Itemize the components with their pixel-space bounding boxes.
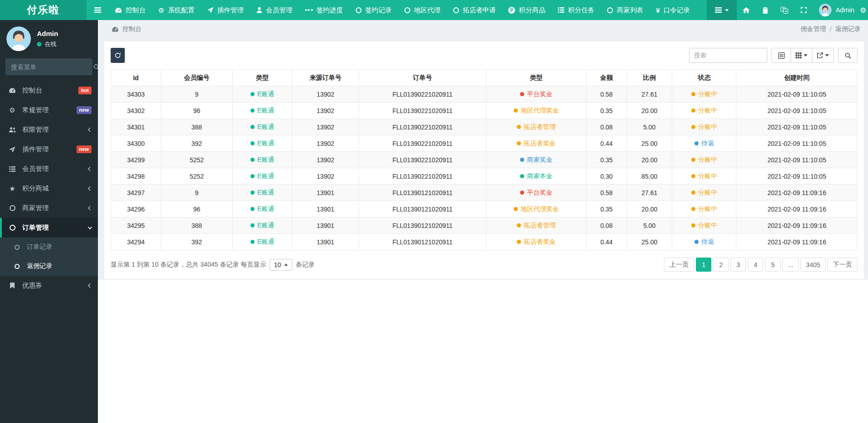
status-badge: 分账中 [691, 189, 717, 197]
circle-icon [453, 7, 459, 13]
refresh-button[interactable] [111, 48, 125, 63]
sidebar-item-5[interactable]: ★积分商城 [0, 179, 98, 198]
cell-amount: 0.08 [587, 217, 627, 234]
cell-created_at: 2021-02-09 11:10:05 [736, 86, 858, 103]
sidebar-item-4[interactable]: 会员管理 [0, 159, 98, 179]
nav-item-0[interactable]: 控制台 [108, 0, 152, 20]
page-button-上一页[interactable]: 上一页 [664, 258, 694, 272]
export-button[interactable] [812, 48, 834, 63]
table-row[interactable]: 3430296E账通13902FLL01390221020911地区代理奖金0.… [111, 103, 858, 119]
sidebar-item-8[interactable]: 优惠券 [0, 276, 98, 295]
main-area: 控制台 佣金管理 / 返佣记录 [98, 20, 868, 423]
page-button-4[interactable]: 4 [748, 258, 763, 272]
table-row[interactable]: 34300392E账通13902FLL01390221020911拓店者奖金0.… [111, 135, 858, 152]
table-row[interactable]: 342985252E账通13902FLL01390221020911商家本金0.… [111, 168, 858, 185]
nav-item-4[interactable]: 签约进度 [299, 0, 349, 20]
summary-suffix: 条记录 [296, 261, 315, 269]
sidebar-subitem-label: 订单记录 [27, 243, 52, 251]
cell-bonus_type: 商家奖金 [486, 152, 587, 168]
cell-amount: 0.35 [587, 103, 627, 119]
table-row[interactable]: 342979E账通13901FLL01390121020911平台奖金0.582… [111, 185, 858, 201]
page-button-2[interactable]: 2 [713, 258, 729, 272]
admin-menu-button[interactable]: Admin [813, 0, 860, 20]
sidebar-item-1[interactable]: ⚙常规管理new [0, 100, 98, 120]
detail-view-button[interactable] [771, 48, 791, 63]
nav-item-9[interactable]: 积分任务 [551, 0, 601, 20]
sidebar-toggle-button[interactable] [87, 0, 108, 20]
cell-amount: 0.44 [587, 234, 627, 250]
search-button[interactable] [838, 48, 858, 63]
status-badge: E账通 [250, 205, 274, 213]
translate-icon: 文A [781, 7, 788, 14]
cell-ratio: 20.00 [627, 201, 672, 217]
sidebar-subitem-label: 返佣记录 [27, 262, 52, 270]
nav-item-6[interactable]: 地区代理 [398, 0, 447, 20]
caret-up-icon [284, 263, 288, 266]
yen-icon: ¥ [656, 7, 659, 14]
sidebar-item-2[interactable]: 权限管理 [0, 120, 98, 139]
trash-button[interactable] [756, 0, 775, 20]
sidebar-subitem-7-1[interactable]: 返佣记录 [0, 257, 98, 276]
sidebar-search-input[interactable] [11, 63, 93, 71]
content-zone: 控制台 佣金管理 / 返佣记录 [98, 20, 868, 280]
cell-order_no: FLL01390221020911 [359, 168, 486, 185]
brand-logo[interactable]: 付乐啦 [0, 0, 87, 20]
table-row[interactable]: 342995252E账通13902FLL01390221020911商家奖金0.… [111, 152, 858, 168]
circle-icon [356, 7, 362, 13]
table-row[interactable]: 34295388E账通13901FLL01390121020911拓店者管理0.… [111, 217, 858, 234]
page-button-3405[interactable]: 3405 [801, 258, 826, 272]
sidebar-item-7[interactable]: 订单管理 [0, 218, 98, 237]
sidebar-item-0[interactable]: 控制台hot [0, 81, 98, 100]
sidebar-item-6[interactable]: 商家管理 [0, 198, 98, 218]
cell-status: 待返 [672, 234, 736, 250]
status-badge: E账通 [250, 139, 274, 148]
sidebar-subitem-7-0[interactable]: 订单记录 [0, 237, 98, 257]
user-icon [256, 7, 262, 13]
dashboard-icon [115, 7, 122, 13]
table-row[interactable]: 343039E账通13902FLL01390221020911平台奖金0.582… [111, 86, 858, 103]
cell-member_no: 5252 [161, 152, 232, 168]
status-badge: 分账中 [691, 172, 717, 181]
cell-source_order: 13902 [292, 103, 359, 119]
nav-item-8[interactable]: P积分商品 [502, 0, 551, 20]
breadcrumb-parent[interactable]: 佣金管理 [801, 25, 826, 33]
cell-order_no: FLL01390121020911 [359, 234, 486, 250]
menu-dropdown-button[interactable] [707, 0, 737, 20]
column-header-1: 会员编号 [161, 70, 232, 86]
page-button-下一页[interactable]: 下一页 [827, 258, 858, 272]
translate-button[interactable]: 文A [775, 0, 794, 20]
sidebar-item-3[interactable]: 插件管理new [0, 139, 98, 159]
status-badge: 拓店者管理 [517, 222, 556, 230]
circle-icon [404, 7, 410, 13]
search-icon [845, 52, 851, 59]
nav-item-3[interactable]: 会员管理 [250, 0, 299, 20]
nav-item-1[interactable]: ⚙系统配置 [152, 0, 201, 20]
page-button-...[interactable]: ... [782, 258, 799, 272]
home-button[interactable] [737, 0, 756, 20]
settings-gears-icon[interactable]: ⚙ [860, 0, 868, 20]
nav-item-label: 拓店者申请 [463, 6, 496, 15]
sidebar-badge: hot [78, 87, 92, 94]
status-badge: E账通 [250, 189, 274, 197]
table-row[interactable]: 3429696E账通13901FLL01390121020911地区代理奖金0.… [111, 201, 858, 217]
status-badge: 拓店者管理 [517, 123, 556, 131]
nav-item-11[interactable]: ¥口令记录 [649, 0, 696, 20]
page-button-3[interactable]: 3 [730, 258, 746, 272]
cell-ratio: 20.00 [627, 152, 672, 168]
nav-item-2[interactable]: 插件管理 [201, 0, 250, 20]
table-row[interactable]: 34301388E账通13902FLL01390221020911拓店者管理0.… [111, 119, 858, 135]
table-search-input[interactable] [689, 48, 767, 63]
nav-item-5[interactable]: 签约记录 [349, 0, 398, 20]
bookmark-icon [7, 283, 17, 289]
nav-item-10[interactable]: 商家列表 [601, 0, 649, 20]
columns-button[interactable] [791, 48, 812, 63]
nav-item-7[interactable]: 拓店者申请 [447, 0, 502, 20]
page-button-1[interactable]: 1 [696, 258, 711, 272]
top-navbar: 付乐啦 控制台⚙系统配置插件管理会员管理签约进度签约记录地区代理拓店者申请P积分… [0, 0, 868, 20]
page-size-select[interactable]: 10 [270, 259, 293, 271]
page-button-5[interactable]: 5 [765, 258, 781, 272]
cell-member_no: 388 [161, 217, 232, 234]
expand-button[interactable] [794, 0, 813, 20]
breadcrumb-section[interactable]: 控制台 [112, 25, 142, 33]
table-row[interactable]: 34294392E账通13901FLL01390121020911拓店者奖金0.… [111, 234, 858, 250]
